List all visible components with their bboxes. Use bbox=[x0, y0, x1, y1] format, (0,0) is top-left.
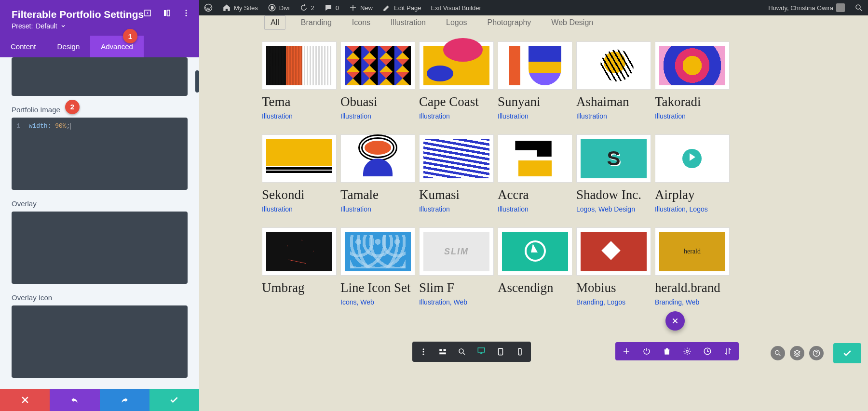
editpage-label: Edit Page bbox=[394, 4, 421, 12]
portfolio-item[interactable]: Shadow Inc.Logos, Web Design bbox=[576, 134, 651, 213]
code-area-prev[interactable] bbox=[12, 57, 188, 96]
zoom-icon[interactable] bbox=[458, 347, 466, 356]
wp-logo[interactable] bbox=[199, 0, 217, 15]
divi-close-button[interactable] bbox=[665, 311, 685, 331]
portfolio-item[interactable]: Cape CoastIllustration bbox=[419, 41, 494, 120]
filter-branding[interactable]: Branding bbox=[296, 15, 337, 30]
tablet-icon[interactable] bbox=[496, 347, 505, 356]
panel-scrollbar-thumb[interactable] bbox=[195, 70, 199, 93]
thumb bbox=[576, 134, 651, 183]
comments-link[interactable]: 0 bbox=[319, 0, 344, 15]
item-cats[interactable]: Illustration, Logos bbox=[655, 205, 730, 213]
wireframe-icon[interactable] bbox=[438, 347, 447, 356]
portfolio-item[interactable]: TamaleIllustration bbox=[340, 134, 415, 213]
portfolio-item[interactable]: AirplayIllustration, Logos bbox=[655, 134, 730, 213]
vb-help-button[interactable] bbox=[809, 346, 824, 360]
item-cats[interactable]: Illustration bbox=[419, 112, 494, 120]
portfolio-item[interactable]: SunyaniIllustration bbox=[498, 41, 572, 120]
portfolio-item[interactable]: TakoradiIllustration bbox=[655, 41, 730, 120]
mysites-link[interactable]: My Sites bbox=[217, 0, 263, 15]
code-area-overlay-icon[interactable] bbox=[12, 305, 188, 378]
tab-design[interactable]: Design bbox=[47, 36, 91, 57]
portfolio-item[interactable]: MobiusBranding, Logos bbox=[576, 227, 651, 306]
svg-rect-6 bbox=[167, 10, 170, 16]
tab-content[interactable]: Content bbox=[0, 36, 47, 57]
desktop-icon[interactable] bbox=[477, 346, 486, 355]
item-cats[interactable]: Illustration, Web bbox=[419, 298, 494, 306]
cancel-button[interactable] bbox=[0, 389, 50, 411]
phone-icon[interactable] bbox=[515, 347, 524, 356]
portfolio-item[interactable]: KumasiIllustration bbox=[419, 134, 494, 213]
svg-point-9 bbox=[186, 15, 187, 16]
power-icon[interactable] bbox=[642, 347, 651, 356]
filter-photography[interactable]: Photography bbox=[483, 15, 536, 30]
portfolio-item[interactable]: herald.brandBranding, Web bbox=[655, 227, 730, 306]
item-title: Takoradi bbox=[655, 94, 730, 109]
portfolio-item[interactable]: SekondiIllustration bbox=[262, 134, 337, 213]
item-cats[interactable]: Icons, Web bbox=[340, 298, 415, 306]
svg-rect-15 bbox=[439, 349, 442, 351]
howdy-link[interactable]: Howdy, Christina Gwira bbox=[763, 0, 850, 15]
portfolio-item[interactable]: TemaIllustration bbox=[262, 41, 337, 120]
new-link[interactable]: New bbox=[344, 0, 378, 15]
comments-count: 0 bbox=[336, 4, 339, 12]
plus-icon[interactable] bbox=[622, 347, 631, 356]
item-cats[interactable]: Illustration bbox=[498, 112, 572, 120]
portfolio-item[interactable]: Ascendign bbox=[498, 227, 572, 306]
exit-vb-link[interactable]: Exit Visual Builder bbox=[426, 0, 486, 15]
svg-point-10 bbox=[686, 350, 689, 353]
more-icon[interactable] bbox=[419, 347, 428, 356]
divi-icon bbox=[268, 3, 276, 12]
vb-search-button[interactable] bbox=[771, 346, 785, 360]
item-cats[interactable]: Illustration bbox=[498, 205, 572, 213]
divi-link[interactable]: Divi bbox=[263, 0, 295, 15]
expand-icon[interactable] bbox=[143, 9, 152, 17]
vb-layers-button[interactable] bbox=[790, 346, 804, 360]
portfolio-item[interactable]: AshaimanIllustration bbox=[576, 41, 651, 120]
history-icon[interactable] bbox=[703, 347, 712, 356]
item-cats[interactable]: Illustration bbox=[262, 112, 337, 120]
portfolio-item[interactable]: SLIMSlim FIllustration, Web bbox=[419, 227, 494, 306]
new-label: New bbox=[360, 4, 373, 12]
snap-icon[interactable] bbox=[163, 9, 171, 17]
code-area-overlay[interactable] bbox=[12, 212, 188, 284]
howdy-label: Howdy, Christina Gwira bbox=[768, 4, 833, 12]
vb-save-button[interactable] bbox=[833, 343, 861, 363]
gear-icon[interactable] bbox=[683, 347, 692, 356]
item-cats[interactable]: Logos, Web Design bbox=[576, 205, 651, 213]
portfolio-item[interactable]: AccraIllustration bbox=[498, 134, 572, 213]
filter-illustration[interactable]: Illustration bbox=[386, 15, 431, 30]
thumb bbox=[419, 134, 494, 183]
item-cats[interactable]: Illustration bbox=[340, 112, 415, 120]
thumb bbox=[419, 41, 494, 90]
thumb bbox=[340, 227, 415, 276]
sort-icon[interactable] bbox=[723, 347, 732, 356]
item-cats[interactable]: Illustration bbox=[340, 205, 415, 213]
portfolio-item[interactable]: Line Icon SetIcons, Web bbox=[340, 227, 415, 306]
item-cats[interactable]: Illustration bbox=[655, 112, 730, 120]
preset-dropdown[interactable]: Preset: Default bbox=[12, 22, 188, 30]
save-button[interactable] bbox=[149, 389, 199, 411]
editpage-link[interactable]: Edit Page bbox=[378, 0, 426, 15]
vb-right-controls bbox=[771, 343, 861, 363]
redo-button[interactable] bbox=[100, 389, 149, 411]
search-toggle[interactable] bbox=[850, 0, 868, 15]
undo-button[interactable] bbox=[50, 389, 99, 411]
trash-icon[interactable] bbox=[663, 347, 671, 356]
item-cats[interactable]: Illustration bbox=[576, 112, 651, 120]
code-area-portfolio-image[interactable]: 1 width: 90%; bbox=[12, 118, 188, 190]
filter-webdesign[interactable]: Web Design bbox=[546, 15, 598, 30]
filter-icons[interactable]: Icons bbox=[347, 15, 375, 30]
portfolio-item[interactable]: ObuasiIllustration bbox=[340, 41, 415, 120]
item-cats[interactable]: Branding, Logos bbox=[576, 298, 651, 306]
filter-logos[interactable]: Logos bbox=[441, 15, 472, 30]
settings-header: Filterable Portfolio Settings Preset: De… bbox=[0, 0, 199, 36]
item-title: Tamale bbox=[340, 187, 415, 202]
item-cats[interactable]: Branding, Web bbox=[655, 298, 730, 306]
updates-link[interactable]: 2 bbox=[295, 0, 319, 15]
portfolio-item[interactable]: Umbrag bbox=[262, 227, 337, 306]
more-icon[interactable] bbox=[182, 9, 190, 17]
item-cats[interactable]: Illustration bbox=[419, 205, 494, 213]
item-cats[interactable]: Illustration bbox=[262, 205, 337, 213]
filter-all[interactable]: All bbox=[264, 15, 285, 30]
